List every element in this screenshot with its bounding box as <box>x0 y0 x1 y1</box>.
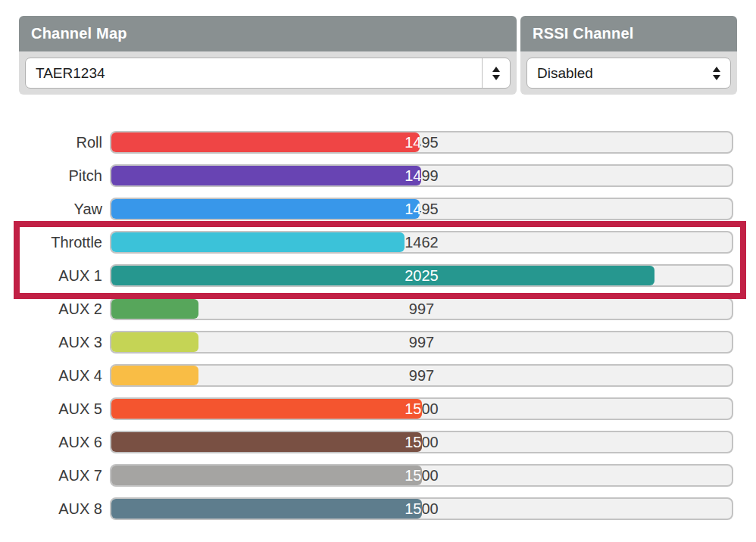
channel-row: AUX 615001500 <box>0 431 756 453</box>
channel-meter-track: 15001500 <box>110 497 733 520</box>
channel-row: AUX 4997997 <box>0 364 756 387</box>
channel-value-overlay: 1500 <box>111 466 422 485</box>
channel-meter-track: 14951495 <box>110 198 733 220</box>
channel-meter-fill: 1462 <box>111 232 405 252</box>
channel-meter-track: 997997 <box>110 364 733 387</box>
channel-meters-list: Roll14951495Pitch14991499Yaw14951495Thro… <box>0 131 756 531</box>
channel-row: AUX 3997997 <box>0 331 756 354</box>
channel-meter-fill: 1500 <box>111 499 422 519</box>
channel-label: AUX 4 <box>0 367 102 385</box>
rssi-channel-selected-value: Disabled <box>527 65 703 82</box>
channel-map-header: Channel Map <box>19 16 517 51</box>
channel-map-panel: Channel Map TAER1234 <box>19 16 517 95</box>
channel-label: AUX 6 <box>0 434 102 451</box>
channel-meter-track: 15001500 <box>110 464 733 487</box>
channel-meter-track: 15001500 <box>110 397 733 420</box>
channel-meter-fill: 997 <box>111 332 198 352</box>
channel-meter-fill: 2025 <box>111 266 654 285</box>
channel-value: 997 <box>111 366 732 385</box>
channel-label: AUX 3 <box>0 334 102 351</box>
channel-label: Pitch <box>0 167 102 185</box>
channel-label: Roll <box>0 134 102 151</box>
channel-value-overlay: 997 <box>111 299 198 319</box>
channel-value-overlay: 1499 <box>111 166 421 185</box>
channel-row: AUX 515001500 <box>0 397 756 420</box>
channel-value-overlay: 997 <box>111 332 198 352</box>
channel-value-overlay: 1495 <box>111 132 420 152</box>
channel-meter-track: 14951495 <box>110 131 733 154</box>
channel-value-overlay: 1500 <box>111 499 422 519</box>
channel-value-overlay: 997 <box>111 366 198 385</box>
rssi-channel-body: Disabled <box>520 51 737 95</box>
rssi-channel-header: RSSI Channel <box>520 16 737 51</box>
channel-label: Throttle <box>0 234 102 251</box>
channel-meter-track: 997997 <box>110 297 733 320</box>
channel-meter-fill: 997 <box>111 299 198 319</box>
channel-row: Pitch14991499 <box>0 164 756 187</box>
channel-value-overlay: 1500 <box>111 399 422 419</box>
channel-row: AUX 2997997 <box>0 297 756 320</box>
channel-label: AUX 8 <box>0 500 102 518</box>
channel-row: AUX 715001500 <box>0 464 756 487</box>
channel-label: AUX 5 <box>0 400 102 418</box>
channel-meter-track: 20252025 <box>110 264 733 287</box>
channel-meter-fill: 1495 <box>111 132 420 152</box>
channel-meter-fill: 1500 <box>111 432 422 452</box>
channel-row: Yaw14951495 <box>0 198 756 220</box>
channel-map-selected-value: TAER1234 <box>26 65 482 82</box>
channel-row: Roll14951495 <box>0 131 756 154</box>
channel-map-select[interactable]: TAER1234 <box>25 58 511 89</box>
channel-meter-track: 14621462 <box>110 231 733 254</box>
channel-meter-fill: 1495 <box>111 199 420 219</box>
channel-meter-fill: 1499 <box>111 166 421 185</box>
channel-meter-track: 15001500 <box>110 431 733 453</box>
channel-label: AUX 2 <box>0 301 102 318</box>
channel-row: AUX 815001500 <box>0 497 756 520</box>
channel-value-overlay: 2025 <box>111 266 654 285</box>
channel-row: Throttle14621462 <box>0 231 756 254</box>
select-updown-arrows-icon <box>482 58 510 88</box>
channel-meter-fill: 1500 <box>111 399 422 419</box>
channel-value-overlay: 1462 <box>111 232 405 252</box>
channel-meter-fill: 1500 <box>111 466 422 485</box>
channel-value: 997 <box>111 332 732 352</box>
rssi-channel-select[interactable]: Disabled <box>526 58 731 89</box>
channel-meter-fill: 997 <box>111 366 198 385</box>
rssi-channel-title: RSSI Channel <box>533 25 634 42</box>
channel-map-title: Channel Map <box>31 25 127 42</box>
channel-label: AUX 7 <box>0 467 102 484</box>
rssi-channel-panel: RSSI Channel Disabled <box>520 16 737 95</box>
channel-value-overlay: 1500 <box>111 432 422 452</box>
channel-map-body: TAER1234 <box>19 51 517 95</box>
top-panels: Channel Map TAER1234 RSSI Channel Disabl… <box>19 16 737 95</box>
channel-row: AUX 120252025 <box>0 264 756 287</box>
channel-value-overlay: 1495 <box>111 199 420 219</box>
select-updown-arrows-icon <box>703 58 730 88</box>
channel-meter-track: 997997 <box>110 331 733 354</box>
channel-label: AUX 1 <box>0 267 102 285</box>
channel-meter-track: 14991499 <box>110 164 733 187</box>
channel-value: 997 <box>111 299 732 319</box>
channel-label: Yaw <box>0 201 102 218</box>
